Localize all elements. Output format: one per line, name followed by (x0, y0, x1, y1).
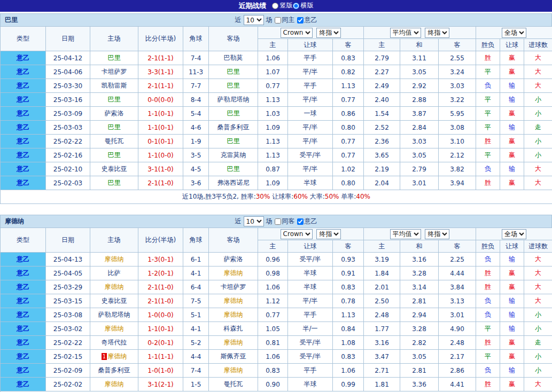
league-cell[interactable]: 意乙 (1, 294, 46, 308)
league-filter-checkbox[interactable] (297, 218, 304, 225)
team-link[interactable]: 巴里 (227, 109, 240, 117)
score-cell[interactable]: 2-1(1-1) (138, 51, 183, 65)
team-link[interactable]: 斯佩齐亚 (221, 352, 246, 360)
team-link[interactable]: 弗洛西诺尼 (217, 179, 250, 186)
final-index-select-1[interactable]: 终指 (316, 28, 341, 38)
team-link[interactable]: 巴里 (108, 151, 121, 159)
full-match-select[interactable]: 全场 (502, 229, 526, 239)
score-cell[interactable]: 1-1(0-1) (138, 107, 183, 121)
score-cell[interactable]: 2-1(1-0) (138, 294, 183, 308)
team-link[interactable]: 卡坦萨罗 (102, 68, 127, 75)
league-cell[interactable]: 意乙 (1, 253, 46, 266)
team-link[interactable]: 摩德纳 (105, 283, 124, 291)
team-link[interactable]: 摩德纳 (105, 325, 124, 332)
team-link[interactable]: 萨索洛 (224, 255, 243, 263)
score-cell[interactable]: 1-3(0-1) (138, 253, 183, 266)
layout-radio-1[interactable]: 横版 (293, 1, 314, 10)
team-link[interactable]: 奇塔代拉 (102, 339, 127, 346)
team-link[interactable]: 凯勒雷斯 (102, 82, 127, 89)
league-cell[interactable]: 意乙 (1, 93, 46, 107)
layout-radio-0[interactable]: 竖版 (272, 1, 293, 10)
team-link[interactable]: 摩德纳 (224, 339, 243, 346)
team-link[interactable]: 巴里 (108, 96, 121, 103)
team-link[interactable]: 巴里 (108, 179, 121, 186)
team-link[interactable]: 巴里 (227, 137, 240, 145)
final-index-select-2[interactable]: 终指 (425, 28, 449, 38)
same-venue-filter[interactable]: 同主 (275, 15, 295, 25)
team-link[interactable]: 曼托瓦 (105, 137, 124, 145)
team-link[interactable]: 桑普多利亚 (217, 123, 250, 131)
league-cell[interactable]: 意乙 (1, 65, 46, 79)
score-cell[interactable]: 1-1(0-0) (138, 148, 183, 162)
league-cell[interactable]: 意乙 (1, 148, 46, 162)
league-filter[interactable]: 意乙 (297, 15, 317, 25)
league-cell[interactable]: 意乙 (1, 378, 46, 391)
score-cell[interactable]: 1-0(0-0) (138, 308, 183, 322)
league-cell[interactable]: 意乙 (1, 266, 46, 280)
match-count-select[interactable]: 10 (244, 15, 264, 25)
team-link[interactable]: 萨索洛 (105, 109, 124, 117)
league-cell[interactable]: 意乙 (1, 336, 46, 350)
team-link[interactable]: 摩德纳 (224, 311, 243, 318)
score-cell[interactable]: 3-3(1-1) (138, 65, 183, 79)
team-link[interactable]: 史泰比亚 (102, 297, 127, 304)
team-link[interactable]: 萨勒尼塔纳 (98, 311, 130, 318)
score-cell[interactable]: 2-1(1-0) (138, 176, 183, 190)
team-link[interactable]: 萨勒尼塔纳 (217, 96, 250, 103)
league-cell[interactable]: 意乙 (1, 280, 46, 294)
score-cell[interactable]: 1-1(0-1) (138, 322, 183, 336)
full-match-select[interactable]: 全场 (502, 28, 526, 38)
team-link[interactable]: 摩德纳 (105, 380, 124, 388)
team-link[interactable]: 史泰比亚 (102, 165, 127, 173)
league-cell[interactable]: 意乙 (1, 79, 46, 93)
score-cell[interactable]: 1-1(0-1) (138, 121, 183, 135)
league-cell[interactable]: 意乙 (1, 322, 46, 336)
score-cell[interactable]: 2-1(1-1) (138, 79, 183, 93)
team-link[interactable]: 克雷莫纳 (221, 151, 246, 159)
layout-radio-input[interactable] (272, 3, 278, 9)
same-venue-filter[interactable]: 同客 (275, 217, 295, 226)
score-cell[interactable]: 1-2(0-1) (138, 266, 183, 280)
league-cell[interactable]: 意乙 (1, 162, 46, 176)
average-select[interactable]: 平均值 (390, 28, 421, 38)
team-link[interactable]: 摩德纳 (224, 269, 243, 277)
team-link[interactable]: 科森扎 (224, 325, 243, 332)
team-link[interactable]: 巴里 (227, 165, 240, 173)
team-link[interactable]: 摩德纳 (224, 366, 243, 374)
league-cell[interactable]: 意乙 (1, 176, 46, 190)
score-cell[interactable]: 3-1(2-1) (138, 378, 183, 391)
score-cell[interactable]: 0-1(0-1) (138, 135, 183, 148)
team-link[interactable]: 摩德纳 (107, 352, 127, 360)
league-cell[interactable]: 意乙 (1, 51, 46, 65)
match-count-select[interactable]: 10 (244, 216, 264, 226)
league-cell[interactable]: 意乙 (1, 135, 46, 148)
score-cell[interactable]: 0-2(0-1) (138, 336, 183, 350)
team-link[interactable]: 摩德纳 (105, 255, 124, 263)
team-link[interactable]: 巴里 (227, 82, 240, 89)
team-link[interactable]: 巴里 (108, 123, 121, 131)
team-link[interactable]: 巴勒莫 (224, 54, 243, 61)
team-link[interactable]: 桑普多利亚 (98, 366, 130, 374)
score-cell[interactable]: 0-0(0-0) (138, 93, 183, 107)
average-select[interactable]: 平均值 (390, 229, 421, 239)
league-filter-checkbox[interactable] (297, 17, 304, 23)
team-link[interactable]: 摩德纳 (224, 297, 243, 304)
league-cell[interactable]: 意乙 (1, 121, 46, 135)
team-link[interactable]: 曼托瓦 (224, 380, 243, 388)
score-cell[interactable]: 1-1(1-1) (138, 350, 183, 364)
odds-company-select[interactable]: Crown (281, 229, 313, 239)
score-cell[interactable]: 3-1(1-0) (138, 162, 183, 176)
same-venue-checkbox[interactable] (275, 218, 281, 225)
league-cell[interactable]: 意乙 (1, 308, 46, 322)
league-cell[interactable]: 意乙 (1, 364, 46, 378)
final-index-select-2[interactable]: 终指 (425, 229, 449, 239)
same-venue-checkbox[interactable] (275, 17, 281, 23)
team-link[interactable]: 巴里 (227, 68, 240, 75)
odds-company-select[interactable]: Crown (281, 28, 313, 38)
team-link[interactable]: 比萨 (108, 269, 121, 277)
layout-radio-input[interactable] (293, 3, 299, 9)
team-link[interactable]: 卡坦萨罗 (221, 283, 246, 291)
league-cell[interactable]: 意乙 (1, 107, 46, 121)
score-cell[interactable]: 2-1(1-0) (138, 280, 183, 294)
score-cell[interactable]: 1-0(1-0) (138, 364, 183, 378)
